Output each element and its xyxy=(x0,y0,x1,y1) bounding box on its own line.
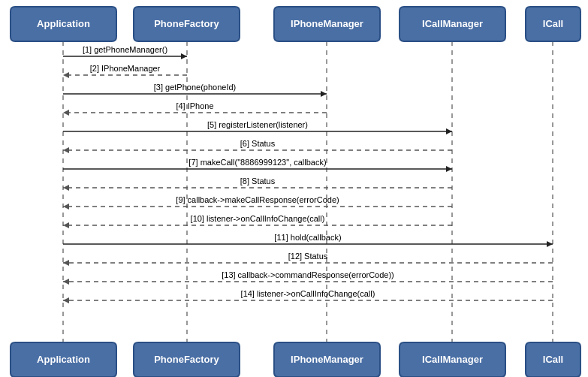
sequence-diagram xyxy=(0,0,588,377)
